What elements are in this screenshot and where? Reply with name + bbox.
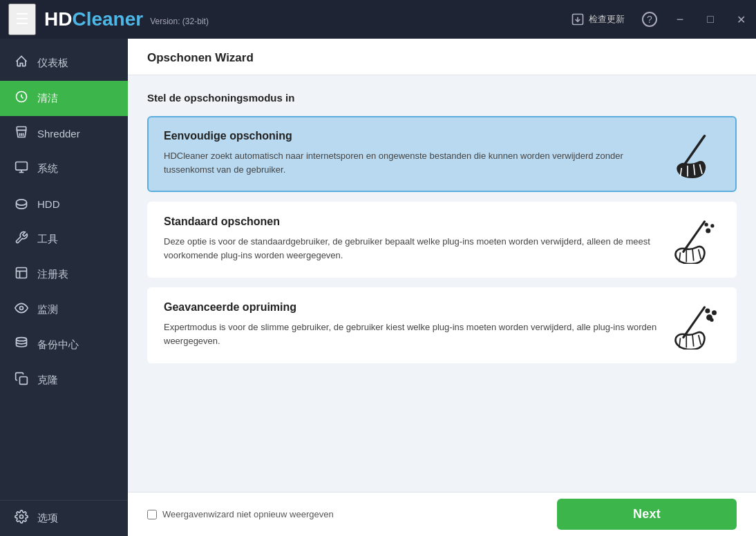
- option-simple-title: Eenvoudige opschoning: [164, 130, 658, 142]
- svg-point-37: [705, 309, 710, 314]
- sidebar-label-tools: 工具: [37, 233, 58, 246]
- menu-button[interactable]: ☰: [8, 3, 36, 35]
- svg-line-26: [699, 249, 701, 259]
- minimize-icon: −: [677, 12, 684, 27]
- sidebar-label-options: 选项: [37, 512, 58, 525]
- sidebar-item-hdd[interactable]: HDD: [0, 186, 128, 222]
- svg-line-34: [699, 335, 701, 345]
- svg-rect-6: [16, 162, 28, 171]
- svg-point-27: [706, 228, 710, 233]
- option-standard-title: Standaard opschonen: [164, 216, 658, 228]
- option-simple-desc: HDCleaner zoekt automatisch naar interne…: [164, 149, 658, 176]
- help-button[interactable]: ?: [634, 0, 665, 39]
- layout: 仪表板 清洁 Shredder 系统 HDD: [0, 39, 756, 536]
- option-card-standard-text: Standaard opschonen Deze optie is voor d…: [164, 216, 665, 262]
- sidebar-item-clean[interactable]: 清洁: [0, 81, 128, 116]
- svg-point-14: [17, 338, 27, 341]
- sidebar-label-system: 系统: [37, 162, 58, 175]
- sidebar-item-tools[interactable]: 工具: [0, 222, 128, 257]
- backup-icon: [14, 336, 29, 354]
- broom-standard-icon: [665, 216, 720, 264]
- option-card-simple[interactable]: Eenvoudige opschoning HDCleaner zoekt au…: [147, 116, 737, 192]
- option-standard-desc: Deze optie is voor de standaardgebruiker…: [164, 235, 658, 262]
- check-update-button[interactable]: 检查更新: [561, 8, 634, 30]
- svg-point-16: [20, 515, 23, 519]
- sidebar-item-monitor[interactable]: 监测: [0, 292, 128, 327]
- sidebar-item-options[interactable]: 选项: [0, 501, 128, 536]
- option-advanced-title: Geavanceerde opruiming: [164, 301, 658, 314]
- svg-rect-10: [17, 268, 27, 278]
- checkbox-label[interactable]: Weergavenwizard niet opnieuw weergeven: [147, 509, 334, 519]
- section-subtitle: Stel de opschoningsmodus in: [147, 92, 737, 104]
- sidebar-label-registry: 注册表: [37, 268, 68, 281]
- svg-point-36: [712, 310, 717, 315]
- svg-rect-15: [20, 377, 28, 385]
- sidebar-label-clone: 克隆: [37, 374, 58, 387]
- hdd-icon: [14, 195, 29, 213]
- options-icon: [14, 510, 29, 527]
- option-card-advanced[interactable]: Geavanceerde opruiming Expertmodus is vo…: [147, 287, 737, 363]
- recycle-icon: [14, 90, 29, 107]
- option-card-simple-text: Eenvoudige opschoning HDCleaner zoekt au…: [164, 130, 665, 176]
- app-name-cleaner: Cleaner: [72, 8, 143, 30]
- tools-icon: [14, 231, 29, 248]
- home-icon: [14, 55, 29, 72]
- sidebar-label-monitor: 监测: [37, 303, 58, 316]
- app-title: HDCleaner: [44, 8, 143, 30]
- main-content: Opschonen Wizard Stel de opschoningsmodu…: [128, 39, 756, 536]
- close-icon: ✕: [737, 13, 746, 26]
- next-button[interactable]: Next: [557, 499, 737, 530]
- maximize-icon: □: [707, 13, 714, 26]
- sidebar-item-clone[interactable]: 克隆: [0, 363, 128, 398]
- broom-advanced-icon: [665, 301, 720, 350]
- shredder-icon: [14, 125, 29, 142]
- page-header: Opschonen Wizard: [128, 39, 756, 75]
- app-name-hd: HD: [44, 8, 72, 30]
- svg-point-28: [710, 224, 714, 227]
- wizard-body: Stel de opschoningsmodus in Eenvoudige o…: [128, 75, 756, 492]
- svg-point-29: [705, 223, 708, 227]
- svg-line-33: [692, 334, 694, 347]
- registry-icon: [14, 266, 29, 283]
- minimize-button[interactable]: −: [665, 0, 695, 39]
- sidebar-item-dashboard[interactable]: 仪表板: [0, 46, 128, 81]
- sidebar: 仪表板 清洁 Shredder 系统 HDD: [0, 39, 128, 536]
- sidebar-bottom: 选项: [0, 500, 128, 536]
- svg-point-38: [710, 318, 713, 322]
- eye-icon: [14, 301, 29, 318]
- sidebar-label-clean: 清洁: [37, 92, 58, 105]
- dont-show-label: Weergavenwizard niet opnieuw weergeven: [162, 509, 334, 519]
- sidebar-item-system[interactable]: 系统: [0, 151, 128, 186]
- update-label: 检查更新: [589, 13, 625, 26]
- download-icon: [571, 12, 585, 26]
- help-icon: ?: [642, 12, 657, 27]
- clone-icon: [14, 372, 29, 389]
- broom-simple-icon: [665, 130, 720, 178]
- titlebar-actions: 检查更新 ? − □ ✕: [561, 0, 756, 39]
- dont-show-checkbox[interactable]: [147, 510, 157, 519]
- option-advanced-desc: Expertmodus is voor de slimme gebruiker,…: [164, 320, 658, 347]
- svg-point-9: [17, 200, 27, 205]
- close-button[interactable]: ✕: [726, 0, 756, 39]
- monitor-icon: [14, 160, 29, 178]
- sidebar-label-backup: 备份中心: [37, 338, 79, 352]
- titlebar: ☰ HDCleaner Version: (32-bit) 检查更新 ? − □…: [0, 0, 756, 39]
- option-card-standard[interactable]: Standaard opschonen Deze optie is voor d…: [147, 202, 737, 278]
- version-label: Version: (32-bit): [150, 17, 209, 26]
- footer: Weergavenwizard niet opnieuw weergeven N…: [128, 492, 756, 536]
- sidebar-item-shredder[interactable]: Shredder: [0, 116, 128, 151]
- sidebar-item-registry[interactable]: 注册表: [0, 257, 128, 292]
- page-title: Opschonen Wizard: [147, 51, 737, 65]
- maximize-button[interactable]: □: [695, 0, 726, 39]
- svg-point-13: [20, 307, 23, 310]
- sidebar-item-backup[interactable]: 备份中心: [0, 327, 128, 363]
- option-card-advanced-text: Geavanceerde opruiming Expertmodus is vo…: [164, 301, 665, 347]
- svg-line-25: [692, 249, 694, 261]
- sidebar-label-dashboard: 仪表板: [37, 57, 68, 70]
- sidebar-label-shredder: Shredder: [37, 128, 80, 140]
- sidebar-label-hdd: HDD: [37, 198, 60, 210]
